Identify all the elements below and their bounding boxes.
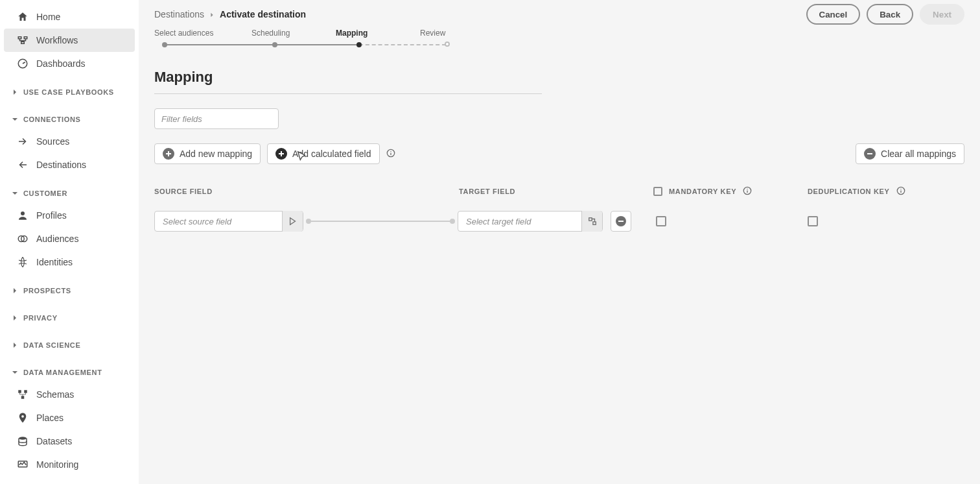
identities-icon [17,256,29,268]
info-icon[interactable] [386,149,395,160]
svg-point-15 [900,189,901,189]
svg-point-8 [19,437,27,440]
clear-all-mappings-button[interactable]: Clear all mappings [856,143,964,164]
col-mandatory-key: MANDATORY KEY [669,188,736,195]
section-prospects[interactable]: PROSPECTS [0,280,139,301]
remove-mapping-button[interactable] [611,211,631,232]
nav-destinations[interactable]: Destinations [0,153,139,176]
chevron-right-icon [10,286,19,295]
svg-rect-16 [589,218,591,221]
nav-profiles[interactable]: Profiles [0,204,139,227]
audiences-icon [17,233,29,245]
mapping-row: Select source field Select target field [154,211,964,232]
mapping-columns-header: SOURCE FIELD TARGET FIELD MANDATORY KEY … [154,186,964,197]
source-field-select[interactable]: Select source field [154,211,303,232]
sidebar: Home Workflows Dashboards USE CASE PLAYB… [0,0,139,484]
nav-workflows[interactable]: Workflows [4,29,135,52]
minus-circle-icon [864,148,876,160]
chevron-right-icon [10,313,19,322]
nav-audiences[interactable]: Audiences [0,227,139,250]
divider [154,93,542,94]
places-icon [17,412,29,424]
page-title: Mapping [154,69,964,86]
monitoring-icon [17,459,29,470]
breadcrumb: Destinations Activate destination [154,9,306,19]
section-connections[interactable]: CONNECTIONS [0,109,139,130]
stepper: Select audiences Scheduling Mapping Revi… [139,29,980,56]
add-calculated-field-button[interactable]: Add calculated field [267,143,379,164]
svg-rect-4 [18,390,21,393]
nav-schemas[interactable]: Schemas [0,383,139,406]
nav-sources[interactable]: Sources [0,130,139,153]
datasets-icon [17,435,29,447]
profile-icon [17,210,29,221]
schemas-icon [17,389,29,400]
main: Destinations Activate destination Cancel… [139,0,980,484]
col-deduplication-key: DEDUPLICATION KEY [808,188,890,195]
mapping-connector [303,211,458,232]
cancel-button[interactable]: Cancel [806,4,861,25]
info-icon[interactable] [743,186,752,197]
chevron-down-icon [10,115,19,124]
section-datascience[interactable]: DATA SCIENCE [0,335,139,356]
nav-places[interactable]: Places [0,406,139,430]
nav-label: Home [36,12,60,22]
sources-icon [17,136,29,147]
breadcrumb-current: Activate destination [220,9,306,19]
svg-point-11 [390,151,391,151]
filter-fields-input[interactable] [154,108,279,129]
select-arrow-icon[interactable] [282,211,303,232]
back-button[interactable]: Back [867,4,913,25]
plus-circle-icon [163,148,174,160]
section-playbooks[interactable]: USE CASE PLAYBOOKS [0,82,139,103]
deduplication-key-checkbox[interactable] [808,216,818,226]
home-icon [17,11,29,23]
section-customer[interactable]: CUSTOMER [0,183,139,204]
mandatory-key-checkbox[interactable] [656,216,666,226]
svg-point-7 [21,415,24,418]
chevron-right-icon [10,88,19,97]
svg-point-1 [21,212,25,215]
svg-rect-5 [24,390,27,393]
destinations-icon [17,159,29,171]
col-source-field: SOURCE FIELD [154,188,459,195]
chevron-right-icon [209,9,215,19]
mapping-toolbar: Add new mapping Add calculated field Cle… [154,143,964,164]
nav-label: Dashboards [36,58,86,69]
section-datamanagement[interactable]: DATA MANAGEMENT [0,362,139,383]
svg-rect-17 [592,222,595,224]
col-target-field: TARGET FIELD [459,188,653,195]
minus-circle-icon [616,216,626,226]
chevron-down-icon [10,368,19,377]
nav-home[interactable]: Home [0,5,139,29]
step-mapping[interactable]: Mapping [336,29,420,38]
section-privacy[interactable]: PRIVACY [0,308,139,328]
nav-label: Workflows [36,35,78,45]
info-icon[interactable] [896,186,905,197]
dashboard-icon [17,58,29,69]
header-actions: Cancel Back Next [806,4,964,25]
nav-monitoring[interactable]: Monitoring [0,453,139,476]
step-review: Review [420,29,459,38]
breadcrumb-parent[interactable]: Destinations [154,9,204,19]
next-button: Next [920,4,964,25]
nav-datasets[interactable]: Datasets [0,430,139,453]
chevron-down-icon [10,189,19,198]
topbar: Destinations Activate destination Cancel… [139,0,980,29]
add-new-mapping-button[interactable]: Add new mapping [154,143,261,164]
workflow-icon [17,34,29,46]
step-select-audiences[interactable]: Select audiences [154,29,251,38]
plus-circle-icon [275,148,287,160]
step-scheduling[interactable]: Scheduling [251,29,336,38]
content: Mapping Add new mapping Add calculated f… [139,56,980,241]
nav-dashboards[interactable]: Dashboards [0,52,139,75]
chevron-right-icon [10,341,19,350]
svg-rect-6 [21,396,25,399]
svg-point-13 [747,189,747,189]
schema-browse-icon[interactable] [581,211,602,232]
mandatory-key-header-checkbox[interactable] [653,187,662,196]
nav-identities[interactable]: Identities [0,250,139,274]
target-field-select[interactable]: Select target field [458,211,603,232]
